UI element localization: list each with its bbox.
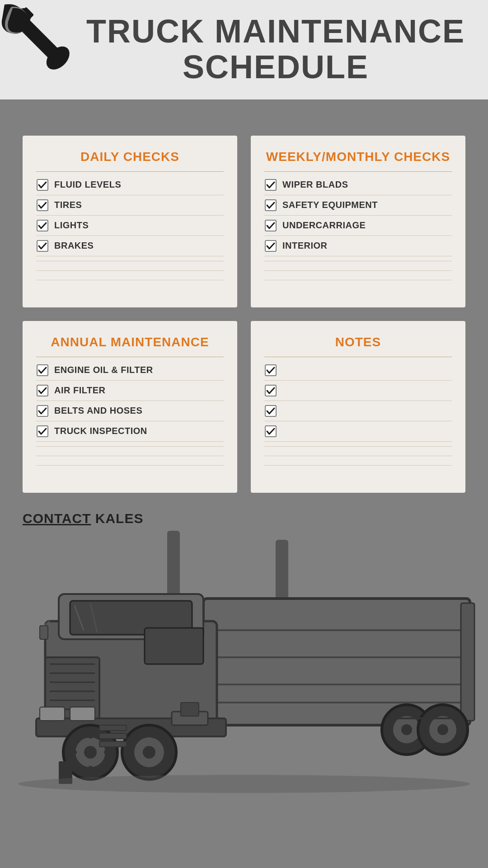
- item-label: UNDERCARRIAGE: [282, 220, 366, 231]
- checkbox-icon: [36, 199, 49, 212]
- svg-point-56: [88, 766, 93, 770]
- cards-grid: DAILY CHECKS FLUID LEVELS: [23, 136, 465, 493]
- header: TRUCK MAINTENANCE SCHEDULE: [0, 0, 488, 99]
- contact-label[interactable]: CONTACT: [23, 511, 91, 526]
- item-label: TIRES: [54, 200, 82, 210]
- checkbox-icon: [36, 364, 49, 377]
- list-item: [264, 384, 452, 401]
- checkbox-icon: [36, 179, 49, 191]
- list-item: BELTS AND HOSES: [36, 405, 224, 421]
- svg-rect-62: [99, 725, 127, 731]
- list-item: SAFETY EQUIPMENT: [264, 199, 452, 216]
- svg-point-71: [18, 775, 470, 793]
- svg-point-55: [88, 734, 93, 739]
- list-item: INTERIOR: [264, 240, 452, 256]
- list-item: LIGHTS: [36, 219, 224, 236]
- checkbox-icon: [264, 384, 277, 397]
- list-item: AIR FILTER: [36, 384, 224, 401]
- item-label: [282, 406, 285, 416]
- notes-card: NOTES: [251, 321, 465, 493]
- svg-rect-68: [40, 626, 48, 639]
- svg-point-61: [143, 746, 155, 759]
- svg-rect-51: [70, 707, 95, 721]
- empty-lines: [36, 446, 224, 466]
- notes-title: NOTES: [264, 335, 452, 350]
- daily-checklist: FLUID LEVELS TIRES: [36, 179, 224, 256]
- weekly-checks-card: WEEKLY/MONTHLY CHECKS WIPER BLADS: [251, 136, 465, 307]
- item-label: LIGHTS: [54, 220, 89, 231]
- item-label: AIR FILTER: [54, 385, 106, 396]
- page-title: TRUCK MAINTENANCE SCHEDULE: [72, 14, 479, 85]
- item-label: SAFETY EQUIPMENT: [282, 200, 378, 210]
- checkbox-icon: [36, 384, 49, 397]
- checkbox-icon: [264, 179, 277, 191]
- item-label: [282, 365, 285, 375]
- weekly-checks-title: WEEKLY/MONTHLY CHECKS: [264, 149, 452, 165]
- checkbox-icon: [264, 364, 277, 377]
- item-label: [282, 426, 285, 436]
- contact-text: CONTACT KALES: [23, 511, 143, 526]
- svg-rect-29: [461, 603, 474, 721]
- checkbox-icon: [264, 240, 277, 252]
- checkbox-icon: [36, 425, 49, 438]
- list-item: BRAKES: [36, 240, 224, 256]
- title-line1: TRUCK MAINTENANCE: [86, 13, 465, 49]
- checkbox-icon: [36, 219, 49, 232]
- list-item: ENGINE OIL & FILTER: [36, 364, 224, 381]
- checkbox-icon: [36, 240, 49, 252]
- header-divider: [0, 99, 488, 127]
- item-label: INTERIOR: [282, 241, 328, 251]
- checkbox-icon: [264, 199, 277, 212]
- item-label: ENGINE OIL & FILTER: [54, 365, 153, 375]
- checkbox-icon: [264, 405, 277, 417]
- annual-maintenance-title: ANNUAL MAINTENANCE: [36, 335, 224, 350]
- item-label: BELTS AND HOSES: [54, 406, 142, 416]
- daily-checks-title: DAILY CHECKS: [36, 149, 224, 165]
- svg-point-54: [84, 746, 97, 759]
- list-item: WIPER BLADS: [264, 179, 452, 195]
- svg-point-57: [72, 750, 77, 755]
- list-item: [264, 425, 452, 442]
- svg-point-32: [401, 724, 412, 735]
- weekly-checklist: WIPER BLADS SAFETY EQUIPMENT: [264, 179, 452, 256]
- item-label: BRAKES: [54, 241, 94, 251]
- item-label: [282, 385, 285, 396]
- svg-rect-41: [145, 628, 203, 664]
- daily-checks-card: DAILY CHECKS FLUID LEVELS: [23, 136, 237, 307]
- list-item: UNDERCARRIAGE: [264, 219, 452, 236]
- svg-rect-64: [99, 741, 127, 747]
- svg-point-58: [104, 750, 108, 755]
- empty-lines: [264, 446, 452, 466]
- list-item: TIRES: [36, 199, 224, 216]
- svg-rect-50: [40, 707, 65, 721]
- contact-section: CONTACT KALES: [0, 502, 488, 531]
- wrench-icon: [0, 0, 90, 90]
- contact-rest: KALES: [91, 511, 143, 526]
- checkbox-icon: [264, 219, 277, 232]
- checkbox-icon: [36, 405, 49, 417]
- list-item: [264, 364, 452, 381]
- notes-checklist: [264, 364, 452, 442]
- list-item: FLUID LEVELS: [36, 179, 224, 195]
- title-line2: SCHEDULE: [183, 49, 369, 85]
- svg-point-35: [437, 724, 448, 735]
- checkbox-icon: [264, 425, 277, 438]
- item-label: WIPER BLADS: [282, 179, 348, 190]
- empty-lines: [264, 261, 452, 280]
- truck-illustration: [0, 531, 488, 847]
- annual-checklist: ENGINE OIL & FILTER AIR FILTER: [36, 364, 224, 442]
- list-item: TRUCK INSPECTION: [36, 425, 224, 442]
- svg-rect-67: [181, 703, 199, 716]
- empty-lines: [36, 261, 224, 280]
- svg-rect-63: [99, 733, 127, 739]
- list-item: [264, 405, 452, 421]
- main-content: DAILY CHECKS FLUID LEVELS: [0, 127, 488, 502]
- svg-rect-23: [203, 599, 470, 725]
- annual-maintenance-card: ANNUAL MAINTENANCE ENGINE OIL & FILTER: [23, 321, 237, 493]
- item-label: TRUCK INSPECTION: [54, 426, 147, 436]
- item-label: FLUID LEVELS: [54, 179, 121, 190]
